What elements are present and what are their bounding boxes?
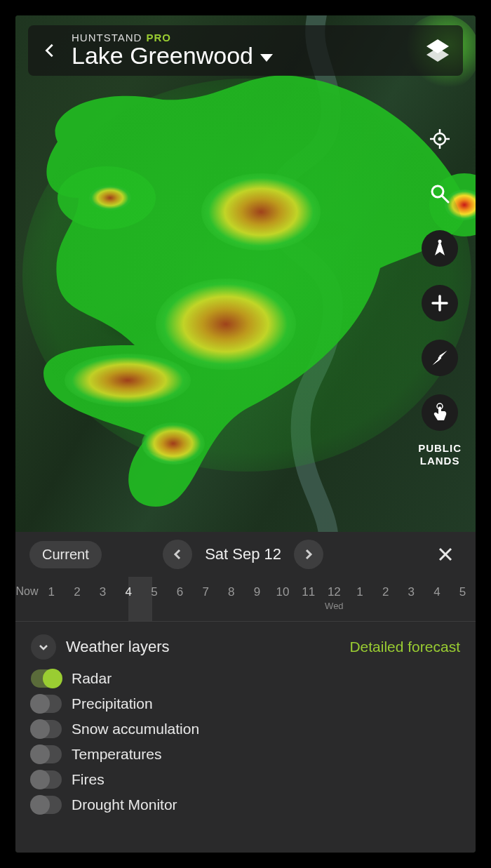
layer-row: Fires	[31, 770, 460, 789]
prev-day-button[interactable]	[163, 540, 192, 569]
svg-line-18	[442, 196, 448, 202]
map-tools-rail: PUBLIC LANDS	[418, 121, 462, 467]
svg-marker-10	[426, 48, 449, 62]
hour-tick[interactable]: 9	[244, 585, 270, 599]
public-lands-l2: LANDS	[420, 455, 460, 467]
hour-tick[interactable]: 10	[270, 585, 296, 599]
layer-row: Radar	[31, 669, 460, 688]
toggle-knob	[30, 719, 50, 739]
location-dropdown[interactable]: Lake Greenwood	[72, 44, 412, 69]
layer-label: Temperatures	[72, 746, 161, 763]
hour-tick[interactable]: 5	[450, 585, 476, 599]
layer-label: Precipitation	[72, 695, 153, 712]
layer-label: Radar	[72, 670, 112, 687]
hour-tick[interactable]: 2	[372, 585, 398, 599]
hour-tick[interactable]: 8	[218, 585, 244, 599]
close-panel-button[interactable]	[429, 538, 462, 570]
app-screen: HUNTSTAND PRO Lake Greenwood	[15, 15, 476, 853]
bottom-panel: Current Sat Sep 12 Now123456789101112Wed…	[15, 532, 476, 853]
svg-point-19	[438, 240, 442, 243]
hour-tick[interactable]: 3	[90, 585, 116, 599]
layer-label: Snow accumulation	[72, 721, 199, 737]
hour-tick[interactable]: 1	[39, 585, 65, 599]
locate-button[interactable]	[422, 121, 458, 157]
layer-toggle[interactable]	[31, 770, 62, 789]
layer-toggle[interactable]	[31, 669, 62, 688]
layer-toggle[interactable]	[31, 796, 62, 814]
hour-tick[interactable]: 2	[65, 585, 90, 599]
toggle-knob	[30, 745, 50, 764]
layer-toggle[interactable]	[31, 745, 62, 763]
layer-row: Drought Monitor	[31, 796, 460, 814]
hour-tick[interactable]: 3	[398, 585, 424, 599]
next-day-button[interactable]	[294, 540, 323, 569]
toggle-knob	[43, 669, 62, 688]
layer-row: Precipitation	[31, 695, 460, 713]
hour-tick[interactable]: 6	[167, 585, 193, 599]
header-bar: HUNTSTAND PRO Lake Greenwood	[28, 25, 463, 76]
public-lands-l1: PUBLIC	[418, 442, 462, 454]
hour-tick[interactable]: Now	[15, 585, 39, 598]
hour-tick[interactable]: 1	[347, 585, 373, 599]
svg-marker-25	[432, 350, 448, 366]
caret-down-icon	[260, 54, 273, 62]
hour-sublabel: Wed	[321, 601, 347, 611]
public-lands-label[interactable]: PUBLIC LANDS	[418, 442, 462, 467]
weather-layers-title: Weather layers	[66, 638, 339, 656]
map-canvas[interactable]	[15, 15, 476, 549]
layer-row: Temperatures	[31, 745, 460, 763]
detailed-forecast-link[interactable]: Detailed forecast	[349, 639, 460, 655]
weather-layers-header: Weather layers Detailed forecast	[15, 622, 476, 667]
add-button[interactable]	[422, 285, 458, 321]
hour-tick[interactable]: 11	[295, 585, 321, 599]
date-label: Sat Sep 12	[201, 545, 285, 563]
layer-label: Fires	[72, 771, 105, 788]
hour-tick[interactable]: 4	[424, 585, 450, 599]
date-bar: Current Sat Sep 12	[15, 532, 476, 577]
title-block: HUNTSTAND PRO Lake Greenwood	[72, 32, 412, 68]
toggle-knob	[30, 770, 50, 789]
toggle-knob	[30, 795, 50, 815]
hour-tick[interactable]: 7	[193, 585, 219, 599]
weather-layers-list: RadarPrecipitationSnow accumulationTempe…	[15, 667, 476, 828]
current-button[interactable]: Current	[29, 541, 102, 568]
layer-label: Drought Monitor	[72, 796, 177, 813]
back-button[interactable]	[38, 39, 62, 62]
hour-tick[interactable]: 12Wed	[321, 585, 347, 611]
measure-button[interactable]	[422, 230, 458, 267]
hour-tick[interactable]: 4	[116, 585, 142, 599]
layer-toggle[interactable]	[31, 720, 62, 738]
map-layers-button[interactable]	[422, 35, 453, 66]
touch-button[interactable]	[422, 394, 458, 431]
layer-toggle[interactable]	[31, 695, 62, 713]
svg-point-12	[438, 138, 442, 141]
navigate-button[interactable]	[422, 340, 458, 376]
hour-timeline[interactable]: Now123456789101112Wed12345	[15, 577, 476, 622]
hour-tick[interactable]: 5	[142, 585, 168, 599]
layer-row: Snow accumulation	[31, 720, 460, 738]
search-button[interactable]	[422, 175, 458, 212]
collapse-layers-button[interactable]	[31, 634, 56, 660]
toggle-knob	[30, 694, 50, 714]
location-label: Lake Greenwood	[72, 44, 253, 69]
